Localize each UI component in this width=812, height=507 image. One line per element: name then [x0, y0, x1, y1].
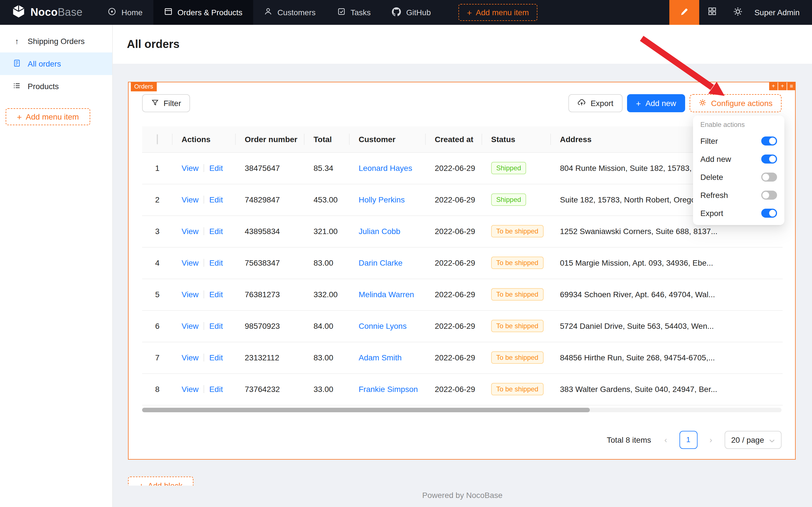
- tasks-icon: [337, 7, 345, 17]
- customer-link[interactable]: Julian Cobb: [359, 227, 400, 236]
- customer-link[interactable]: Holly Perkins: [359, 195, 405, 204]
- edit-link[interactable]: Edit: [209, 195, 223, 204]
- nav-item-tasks[interactable]: Tasks: [326, 0, 382, 25]
- customer-link[interactable]: Leonard Hayes: [359, 164, 412, 173]
- select-all-header: [142, 126, 173, 152]
- row-index-cell: 8: [142, 373, 173, 405]
- page-title: All orders: [127, 38, 180, 51]
- toggle-switch[interactable]: [761, 190, 777, 200]
- plugin-manager-button[interactable]: [699, 0, 725, 25]
- filter-icon: [151, 98, 159, 108]
- sidebar-item-products[interactable]: Products: [0, 75, 112, 98]
- status-cell: To be shipped: [482, 342, 551, 373]
- nav-item-home[interactable]: Home: [97, 0, 153, 25]
- nocobase-logo[interactable]: NocoBase: [0, 4, 97, 21]
- customer-link[interactable]: Connie Lyons: [359, 322, 407, 331]
- nav-item-customers[interactable]: Customers: [253, 0, 326, 25]
- add-new-label: Add new: [645, 99, 676, 108]
- select-all-checkbox[interactable]: [157, 134, 158, 145]
- view-link[interactable]: View: [182, 290, 198, 299]
- dropdown-item-add-new[interactable]: Add new: [695, 150, 782, 168]
- divider: [204, 385, 204, 393]
- address-cell: 383 Walter Gardens, Suite 040, 24947, Be…: [551, 373, 783, 405]
- customer-link[interactable]: Frankie Simpson: [359, 385, 418, 394]
- divider: [204, 322, 204, 330]
- toggle-switch[interactable]: [761, 209, 777, 218]
- edit-link[interactable]: Edit: [209, 227, 223, 236]
- dropdown-item-refresh[interactable]: Refresh: [695, 186, 782, 204]
- ui-editor-button[interactable]: [669, 0, 699, 25]
- top-navbar: NocoBase Home Orders & Products Customer…: [0, 0, 812, 25]
- toggle-switch[interactable]: [761, 136, 777, 146]
- view-link[interactable]: View: [182, 353, 198, 362]
- sidebar-add-menu-item-button[interactable]: + Add menu item: [6, 108, 90, 125]
- column-header-customer: Customer: [350, 126, 426, 152]
- total-cell: 332.00: [304, 279, 350, 310]
- toggle-switch[interactable]: [761, 173, 777, 182]
- dropdown-item-export[interactable]: Export: [695, 204, 782, 222]
- current-page-button[interactable]: 1: [679, 431, 697, 449]
- settings-button[interactable]: [725, 0, 751, 25]
- insert-block-icon[interactable]: +: [769, 82, 777, 90]
- configure-actions-button[interactable]: Configure actions: [690, 94, 781, 112]
- edit-link[interactable]: Edit: [209, 353, 223, 362]
- sidebar-item-all-orders[interactable]: All orders: [0, 52, 112, 75]
- add-block-button[interactable]: + Add block: [128, 476, 193, 486]
- add-new-button[interactable]: + Add new: [627, 94, 685, 112]
- row-index-cell: 1: [142, 152, 173, 184]
- sidebar-item-shipping-orders[interactable]: ↑ Shipping Orders: [0, 30, 112, 52]
- page-size-select[interactable]: 20 / page: [724, 431, 781, 449]
- address-cell: 015 Margie Mission, Apt. 093, 34936, Ebe…: [551, 247, 783, 279]
- edit-link[interactable]: Edit: [209, 258, 223, 267]
- dropdown-item-filter[interactable]: Filter: [695, 132, 782, 150]
- nav-item-orders-products[interactable]: Orders & Products: [153, 0, 253, 25]
- add-block-icon[interactable]: +: [778, 82, 787, 90]
- customer-cell: Leonard Hayes: [350, 152, 426, 184]
- table-row: 4 ViewEdit 75638347 83.00 Darin Clarke 2…: [142, 247, 783, 279]
- order-number-cell: 73764232: [236, 373, 304, 405]
- customer-link[interactable]: Adam Smith: [359, 353, 402, 362]
- user-menu[interactable]: Super Admin: [754, 8, 800, 17]
- toggle-switch[interactable]: [761, 155, 777, 164]
- row-index-cell: 7: [142, 342, 173, 373]
- view-link[interactable]: View: [182, 164, 198, 173]
- status-cell: To be shipped: [482, 279, 551, 310]
- page-size-value: 20 / page: [731, 435, 764, 444]
- created-at-cell: 2022-06-29: [426, 342, 482, 373]
- view-link[interactable]: View: [182, 322, 198, 331]
- block-menu-icon[interactable]: ≡: [787, 82, 796, 90]
- scrollbar-thumb[interactable]: [142, 407, 590, 412]
- customer-link[interactable]: Melinda Warren: [359, 290, 414, 299]
- status-badge: To be shipped: [491, 288, 543, 300]
- plus-icon: +: [17, 113, 22, 121]
- next-page-button[interactable]: ›: [702, 431, 720, 449]
- order-number-cell: 43895834: [236, 215, 304, 247]
- add-block-label: Add block: [148, 481, 182, 486]
- view-link[interactable]: View: [182, 258, 198, 267]
- row-index-cell: 3: [142, 215, 173, 247]
- export-button[interactable]: Export: [569, 94, 623, 112]
- dropdown-item-delete[interactable]: Delete: [695, 168, 782, 186]
- navbar-add-menu-item-button[interactable]: + Add menu item: [458, 4, 537, 21]
- toolbar-right: Export + Add new Configure actions: [569, 94, 781, 112]
- address-cell: 69934 Schoen River, Apt. 646, 49704, Wal…: [551, 279, 783, 310]
- nav-item-label: Orders & Products: [178, 8, 242, 17]
- edit-link[interactable]: Edit: [209, 385, 223, 394]
- table-row: 6 ViewEdit 98570923 84.00 Connie Lyons 2…: [142, 310, 783, 342]
- dropdown-group-title: Enable actions: [695, 118, 782, 132]
- edit-link[interactable]: Edit: [209, 164, 223, 173]
- block-designer-toolbar: + + ≡: [769, 82, 796, 90]
- nav-item-github[interactable]: GitHub: [382, 0, 442, 25]
- nav-item-label: Customers: [278, 8, 315, 17]
- view-link[interactable]: View: [182, 195, 198, 204]
- view-link[interactable]: View: [182, 227, 198, 236]
- created-at-cell: 2022-06-29: [426, 247, 482, 279]
- edit-link[interactable]: Edit: [209, 290, 223, 299]
- customer-cell: Connie Lyons: [350, 310, 426, 342]
- view-link[interactable]: View: [182, 385, 198, 394]
- divider: [204, 354, 204, 361]
- customer-link[interactable]: Darin Clarke: [359, 258, 403, 267]
- filter-button[interactable]: Filter: [142, 94, 190, 112]
- edit-link[interactable]: Edit: [209, 322, 223, 331]
- prev-page-button[interactable]: ‹: [657, 431, 675, 449]
